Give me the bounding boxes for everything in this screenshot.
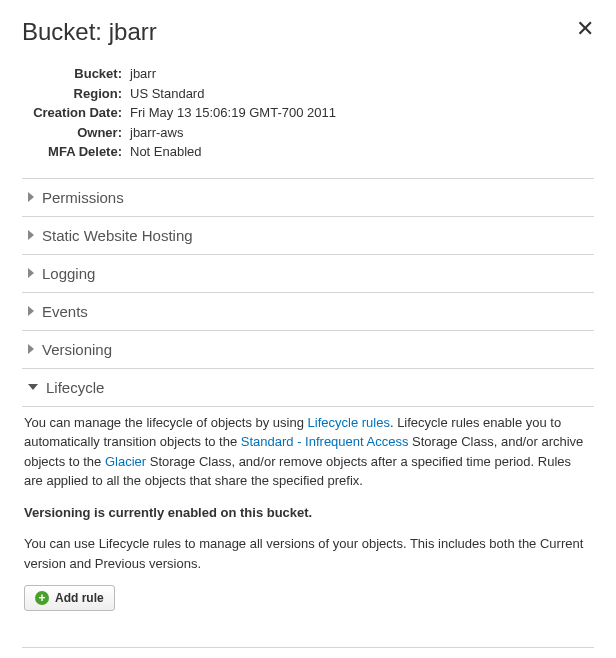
bucket-properties: Bucket: jbarr Region: US Standard Creati…: [32, 64, 594, 162]
caret-right-icon: [28, 344, 34, 354]
section-header-logging[interactable]: Logging: [22, 255, 594, 292]
prop-row-owner: Owner: jbarr-aws: [32, 123, 594, 143]
section-header-versioning[interactable]: Versioning: [22, 331, 594, 368]
dialog-header: Bucket: jbarr ✕: [22, 18, 594, 46]
lifecycle-versions-note: You can use Lifecycle rules to manage al…: [24, 534, 592, 573]
section-label: Events: [42, 303, 88, 320]
lifecycle-body: You can manage the lifecycle of objects …: [22, 406, 594, 624]
section-permissions: Permissions: [22, 178, 594, 216]
section-logging: Logging: [22, 254, 594, 292]
versioning-status-note: Versioning is currently enabled on this …: [24, 503, 592, 523]
text: You can manage the lifecycle of objects …: [24, 415, 308, 430]
prop-label: Creation Date:: [32, 103, 130, 123]
prop-row-mfa: MFA Delete: Not Enabled: [32, 142, 594, 162]
caret-right-icon: [28, 306, 34, 316]
caret-right-icon: [28, 192, 34, 202]
prop-value: Fri May 13 15:06:19 GMT-700 2011: [130, 103, 336, 123]
close-icon[interactable]: ✕: [576, 18, 594, 40]
prop-row-creation: Creation Date: Fri May 13 15:06:19 GMT-7…: [32, 103, 594, 123]
standard-ia-link[interactable]: Standard - Infrequent Access: [241, 434, 409, 449]
section-label: Logging: [42, 265, 95, 282]
section-versioning: Versioning: [22, 330, 594, 368]
glacier-link[interactable]: Glacier: [105, 454, 146, 469]
prop-label: Owner:: [32, 123, 130, 143]
section-lifecycle: Lifecycle: [22, 368, 594, 406]
section-label: Versioning: [42, 341, 112, 358]
section-static-website: Static Website Hosting: [22, 216, 594, 254]
page-title: Bucket: jbarr: [22, 18, 157, 46]
section-header-lifecycle[interactable]: Lifecycle: [22, 369, 594, 406]
caret-right-icon: [28, 268, 34, 278]
section-header-permissions[interactable]: Permissions: [22, 179, 594, 216]
prop-value: US Standard: [130, 84, 204, 104]
caret-right-icon: [28, 230, 34, 240]
prop-label: Bucket:: [32, 64, 130, 84]
section-label: Lifecycle: [46, 379, 104, 396]
section-label: Static Website Hosting: [42, 227, 193, 244]
dialog-footer: Save Cancel: [22, 647, 594, 658]
prop-label: Region:: [32, 84, 130, 104]
lifecycle-rules-link[interactable]: Lifecycle rules: [308, 415, 390, 430]
prop-label: MFA Delete:: [32, 142, 130, 162]
section-label: Permissions: [42, 189, 124, 206]
prop-value: jbarr: [130, 64, 156, 84]
section-header-events[interactable]: Events: [22, 293, 594, 330]
plus-icon: +: [35, 591, 49, 605]
add-rule-button[interactable]: + Add rule: [24, 585, 115, 611]
section-header-static-website[interactable]: Static Website Hosting: [22, 217, 594, 254]
prop-value: jbarr-aws: [130, 123, 183, 143]
add-rule-label: Add rule: [55, 591, 104, 605]
prop-row-region: Region: US Standard: [32, 84, 594, 104]
section-events: Events: [22, 292, 594, 330]
lifecycle-description: You can manage the lifecycle of objects …: [24, 413, 592, 491]
prop-value: Not Enabled: [130, 142, 202, 162]
prop-row-bucket: Bucket: jbarr: [32, 64, 594, 84]
caret-down-icon: [28, 384, 38, 390]
